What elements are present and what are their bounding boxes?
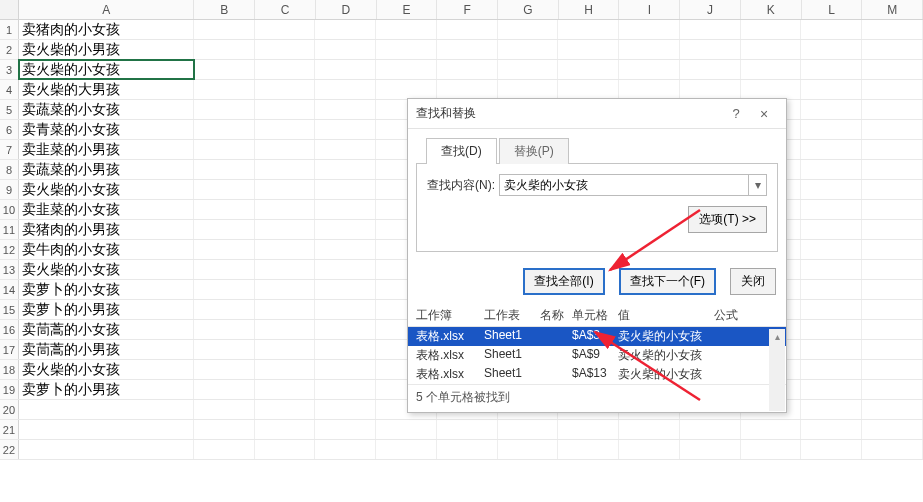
cell[interactable]: 卖蔬菜的小女孩 <box>19 100 194 119</box>
cell[interactable] <box>255 360 316 379</box>
cell[interactable] <box>315 180 376 199</box>
cell[interactable]: 卖火柴的小男孩 <box>19 40 194 59</box>
cell[interactable] <box>862 360 923 379</box>
cell[interactable] <box>194 240 255 259</box>
cell[interactable] <box>315 140 376 159</box>
cell[interactable] <box>255 20 316 39</box>
cell[interactable]: 卖韭菜的小女孩 <box>19 200 194 219</box>
cell[interactable] <box>255 300 316 319</box>
cell[interactable] <box>558 40 619 59</box>
cell[interactable]: 卖火柴的小女孩 <box>19 360 194 379</box>
cell[interactable] <box>680 420 741 439</box>
column-header-E[interactable]: E <box>377 0 438 19</box>
cell[interactable] <box>315 300 376 319</box>
cell[interactable] <box>862 120 923 139</box>
close-button[interactable]: 关闭 <box>730 268 776 295</box>
cell[interactable] <box>801 20 862 39</box>
cell[interactable] <box>801 420 862 439</box>
cell[interactable] <box>315 100 376 119</box>
cell[interactable] <box>376 420 437 439</box>
cell[interactable] <box>255 40 316 59</box>
col-formula[interactable]: 公式 <box>714 307 754 324</box>
cell[interactable] <box>801 260 862 279</box>
cell[interactable] <box>862 440 923 459</box>
cell[interactable] <box>862 100 923 119</box>
cell[interactable]: 卖茼蒿的小女孩 <box>19 320 194 339</box>
row-header[interactable]: 3 <box>0 60 19 79</box>
select-all-corner[interactable] <box>0 0 19 19</box>
cell[interactable] <box>255 140 316 159</box>
cell[interactable] <box>315 160 376 179</box>
cell[interactable] <box>194 160 255 179</box>
row-header[interactable]: 11 <box>0 220 19 239</box>
cell[interactable] <box>255 380 316 399</box>
cell[interactable] <box>255 280 316 299</box>
cell[interactable] <box>619 40 680 59</box>
cell[interactable] <box>19 400 194 419</box>
cell[interactable] <box>862 420 923 439</box>
cell[interactable] <box>862 180 923 199</box>
cell[interactable] <box>315 260 376 279</box>
cell[interactable] <box>619 20 680 39</box>
cell[interactable] <box>741 80 802 99</box>
col-name[interactable]: 名称 <box>540 307 572 324</box>
column-header-F[interactable]: F <box>437 0 498 19</box>
cell[interactable]: 卖蔬菜的小男孩 <box>19 160 194 179</box>
cell[interactable] <box>315 40 376 59</box>
cell[interactable] <box>862 140 923 159</box>
cell[interactable] <box>315 400 376 419</box>
cell[interactable] <box>558 420 619 439</box>
cell[interactable] <box>255 120 316 139</box>
cell[interactable] <box>801 280 862 299</box>
cell[interactable] <box>315 20 376 39</box>
cell[interactable] <box>255 440 316 459</box>
cell[interactable] <box>315 120 376 139</box>
cell[interactable] <box>194 440 255 459</box>
cell[interactable] <box>255 220 316 239</box>
row-header[interactable]: 7 <box>0 140 19 159</box>
help-icon[interactable]: ? <box>722 106 750 121</box>
results-scrollbar[interactable]: ▴ <box>769 329 785 411</box>
row-header[interactable]: 20 <box>0 400 19 419</box>
cell[interactable] <box>741 440 802 459</box>
cell[interactable] <box>862 60 923 79</box>
cell[interactable] <box>498 440 559 459</box>
cell[interactable] <box>801 60 862 79</box>
cell[interactable]: 卖茼蒿的小男孩 <box>19 340 194 359</box>
results-list[interactable]: 表格.xlsxSheet1$A$3卖火柴的小女孩表格.xlsxSheet1$A$… <box>408 326 786 384</box>
row-header[interactable]: 19 <box>0 380 19 399</box>
cell[interactable] <box>315 80 376 99</box>
cell[interactable] <box>255 100 316 119</box>
row-header[interactable]: 4 <box>0 80 19 99</box>
cell[interactable]: 卖萝卜的小男孩 <box>19 300 194 319</box>
cell[interactable] <box>315 220 376 239</box>
cell[interactable] <box>194 40 255 59</box>
cell[interactable] <box>862 260 923 279</box>
cell[interactable] <box>437 420 498 439</box>
cell[interactable] <box>558 440 619 459</box>
cell[interactable] <box>255 420 316 439</box>
cell[interactable] <box>680 440 741 459</box>
cell[interactable] <box>255 320 316 339</box>
row-header[interactable]: 22 <box>0 440 19 459</box>
cell[interactable] <box>741 420 802 439</box>
cell[interactable] <box>315 380 376 399</box>
cell[interactable] <box>558 80 619 99</box>
cell[interactable] <box>801 200 862 219</box>
row-header[interactable]: 17 <box>0 340 19 359</box>
cell[interactable] <box>194 220 255 239</box>
cell[interactable]: 卖青菜的小女孩 <box>19 120 194 139</box>
cell[interactable] <box>194 80 255 99</box>
row-header[interactable]: 15 <box>0 300 19 319</box>
cell[interactable] <box>741 40 802 59</box>
row-header[interactable]: 9 <box>0 180 19 199</box>
row-header[interactable]: 13 <box>0 260 19 279</box>
column-header-B[interactable]: B <box>194 0 255 19</box>
column-header-K[interactable]: K <box>741 0 802 19</box>
row-header[interactable]: 12 <box>0 240 19 259</box>
dialog-titlebar[interactable]: 查找和替换 ? × <box>408 99 786 129</box>
close-icon[interactable]: × <box>750 106 778 122</box>
cell[interactable] <box>862 80 923 99</box>
cell[interactable]: 卖猪肉的小女孩 <box>19 20 194 39</box>
cell[interactable] <box>680 20 741 39</box>
